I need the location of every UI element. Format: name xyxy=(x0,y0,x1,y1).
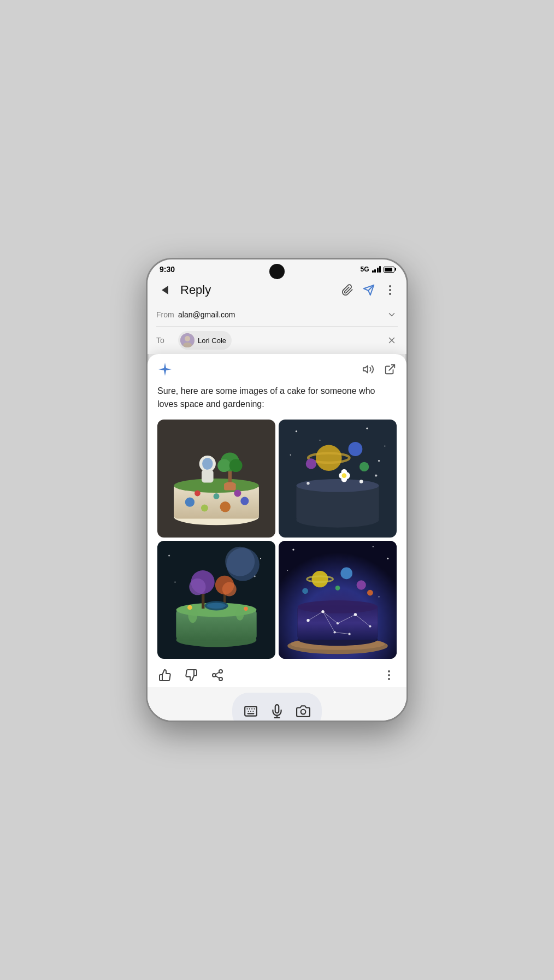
recipient-name: Lori Cole xyxy=(198,336,226,345)
svg-point-108 xyxy=(379,597,380,598)
keyboard-button[interactable] xyxy=(238,698,264,721)
svg-point-104 xyxy=(292,549,294,551)
thumbs-up-button[interactable] xyxy=(157,668,173,683)
audio-button[interactable] xyxy=(362,363,375,376)
ai-action-bar xyxy=(148,663,406,687)
svg-point-34 xyxy=(384,446,385,447)
signal-icon xyxy=(372,266,381,273)
svg-point-32 xyxy=(320,440,321,441)
cake-image-3[interactable] xyxy=(157,541,275,659)
ai-panel: Sure, here are some images of a cake for… xyxy=(148,354,406,721)
svg-point-14 xyxy=(185,498,195,507)
to-label: To xyxy=(156,336,178,345)
share-button[interactable] xyxy=(210,668,225,683)
svg-point-18 xyxy=(195,491,201,497)
attach-icon xyxy=(341,284,353,296)
front-camera xyxy=(269,264,285,279)
more-options-button[interactable] xyxy=(382,282,398,298)
svg-point-107 xyxy=(287,570,288,571)
send-button[interactable] xyxy=(363,284,375,296)
back-button[interactable] xyxy=(156,281,174,299)
vertical-dots-icon xyxy=(388,670,390,680)
camera-button[interactable] xyxy=(290,698,316,721)
svg-point-31 xyxy=(296,430,297,432)
svg-point-36 xyxy=(378,460,380,462)
thumbs-down-icon xyxy=(185,669,198,682)
svg-point-93 xyxy=(354,613,357,616)
app-bar: Reply xyxy=(148,277,406,303)
gemini-star-icon xyxy=(157,362,173,377)
from-value: alan@gmail.com xyxy=(178,310,386,319)
open-external-button[interactable] xyxy=(384,363,397,376)
action-more-button[interactable] xyxy=(381,668,397,683)
svg-point-43 xyxy=(306,458,316,469)
mystical-garden-cake-svg xyxy=(157,541,275,659)
svg-point-94 xyxy=(369,625,371,627)
svg-point-102 xyxy=(367,590,373,596)
svg-rect-29 xyxy=(224,483,236,491)
svg-point-13 xyxy=(174,479,259,493)
svg-point-3 xyxy=(185,336,190,341)
phone-frame: 9:30 5G Reply xyxy=(146,258,408,722)
page-title: Reply xyxy=(180,283,333,297)
ai-panel-actions xyxy=(362,363,397,376)
to-close-icon[interactable] xyxy=(386,334,398,346)
send-ai-button[interactable] xyxy=(404,701,406,721)
svg-point-44 xyxy=(359,462,369,471)
svg-point-75 xyxy=(244,606,248,611)
svg-point-100 xyxy=(307,576,333,582)
svg-marker-7 xyxy=(363,366,368,373)
recipient-avatar xyxy=(180,333,195,347)
svg-point-50 xyxy=(359,480,363,483)
svg-point-106 xyxy=(387,558,388,559)
svg-point-71 xyxy=(222,582,237,597)
galaxy-cake-svg xyxy=(279,420,397,538)
battery-icon xyxy=(384,267,394,273)
from-field-row: From alan@gmail.com xyxy=(156,303,398,327)
svg-line-113 xyxy=(216,672,220,675)
astronaut-cake-svg xyxy=(157,420,275,538)
svg-point-98 xyxy=(340,568,352,580)
svg-point-55 xyxy=(260,558,261,559)
microphone-button[interactable] xyxy=(264,698,290,721)
svg-point-103 xyxy=(335,586,340,591)
cake-image-4[interactable] xyxy=(279,541,397,659)
external-link-icon xyxy=(384,363,396,375)
svg-point-101 xyxy=(302,588,308,594)
svg-point-105 xyxy=(373,546,374,547)
network-label: 5G xyxy=(360,265,369,273)
svg-point-23 xyxy=(202,458,213,470)
svg-point-26 xyxy=(217,459,231,472)
from-label: From xyxy=(156,310,178,319)
cake-image-1[interactable] xyxy=(157,420,275,538)
svg-point-69 xyxy=(189,578,205,595)
send-icon xyxy=(363,284,375,296)
svg-point-59 xyxy=(225,547,255,576)
email-fields: From alan@gmail.com To Lori Co xyxy=(148,303,406,354)
svg-line-8 xyxy=(389,365,394,370)
thumbs-down-button[interactable] xyxy=(184,668,199,683)
svg-point-73 xyxy=(207,603,226,609)
avatar-image xyxy=(180,333,195,347)
input-toolbar xyxy=(232,693,322,721)
share-icon xyxy=(211,669,224,682)
svg-point-49 xyxy=(342,473,347,478)
cake-image-2[interactable] xyxy=(279,420,397,538)
ai-panel-header xyxy=(148,354,406,382)
svg-point-27 xyxy=(229,459,243,472)
recipient-chip[interactable]: Lori Cole xyxy=(178,331,232,350)
svg-point-83 xyxy=(298,600,378,613)
keyboard-icon xyxy=(244,704,258,718)
svg-point-95 xyxy=(333,631,335,633)
svg-line-112 xyxy=(216,676,220,678)
svg-point-16 xyxy=(220,501,230,512)
cake-image-grid xyxy=(148,417,406,663)
status-bar: 9:30 5G xyxy=(148,259,406,277)
attach-button[interactable] xyxy=(340,282,355,298)
constellation-cake-svg xyxy=(279,541,397,659)
svg-point-74 xyxy=(187,605,192,610)
svg-point-57 xyxy=(174,582,175,583)
svg-point-52 xyxy=(375,474,377,476)
from-chevron-icon[interactable] xyxy=(386,309,398,321)
app-bar-actions xyxy=(340,282,398,298)
